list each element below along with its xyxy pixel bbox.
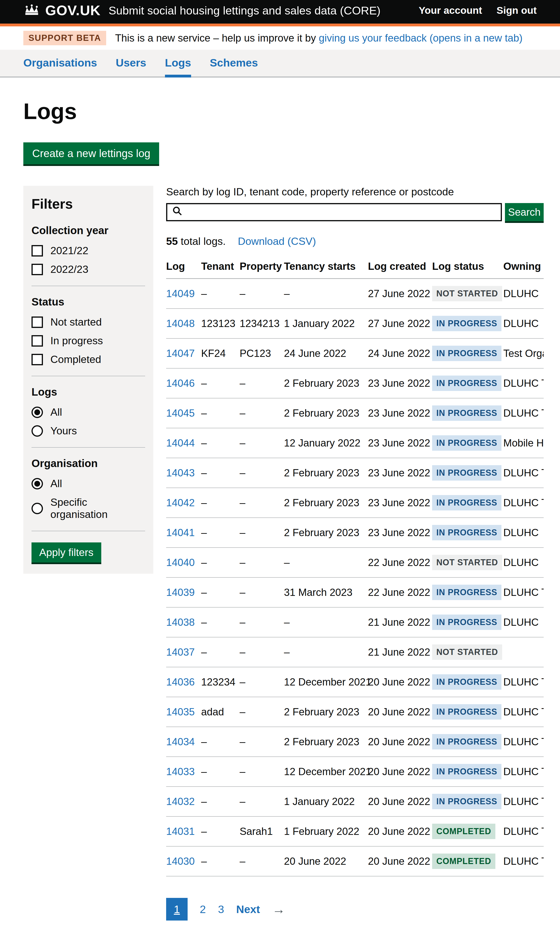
log-created-cell: 22 June 2022 xyxy=(368,577,432,607)
checkbox-icon[interactable] xyxy=(32,354,43,365)
status-badge: IN PROGRESS xyxy=(432,585,501,600)
phase-banner-text: This is a new service – help us improve … xyxy=(115,32,522,44)
table-row: 14037–––21 June 2022NOT STARTED xyxy=(166,637,544,667)
property-cell: – xyxy=(240,697,284,727)
radio-organisation-all[interactable]: All xyxy=(32,478,145,490)
log-id-link[interactable]: 14047 xyxy=(166,348,195,359)
col-header-owning-organisation: Owning organisation xyxy=(503,261,544,279)
radio-icon[interactable] xyxy=(32,425,43,437)
log-id-link[interactable]: 14039 xyxy=(166,586,195,598)
search-input-container xyxy=(166,203,502,221)
log-id-link[interactable]: 14040 xyxy=(166,557,195,568)
log-status-cell: IN PROGRESS xyxy=(432,786,503,817)
log-id-link[interactable]: 14045 xyxy=(166,407,195,419)
nav-item-users[interactable]: Users xyxy=(116,50,146,78)
log-id-link[interactable]: 14044 xyxy=(166,437,195,449)
download-csv-link[interactable]: Download (CSV) xyxy=(238,235,316,247)
log-status-cell: NOT STARTED xyxy=(432,548,503,577)
checkbox-2022-23[interactable]: 2022/23 xyxy=(32,263,145,275)
owning-organisation-cell: DLUHC xyxy=(503,518,544,548)
radio-label: Specific organisation xyxy=(50,496,145,520)
checkbox-label: 2021/22 xyxy=(50,244,89,257)
log-status-cell: IN PROGRESS xyxy=(432,697,503,727)
status-badge: IN PROGRESS xyxy=(432,435,501,451)
sign-out-link[interactable]: Sign out xyxy=(496,5,537,16)
log-id-link[interactable]: 14032 xyxy=(166,796,195,807)
tenant-cell: – xyxy=(201,727,240,757)
create-lettings-log-button[interactable]: Create a new lettings log xyxy=(23,142,159,164)
owning-organisation-cell: DLUHC Test xyxy=(503,757,544,786)
pagination-current-page[interactable]: 1 xyxy=(166,898,188,920)
log-id-link[interactable]: 14035 xyxy=(166,706,195,717)
property-cell: – xyxy=(240,548,284,577)
filter-divider xyxy=(32,286,145,286)
log-id-link[interactable]: 14037 xyxy=(166,646,195,658)
log-id-link[interactable]: 14038 xyxy=(166,617,195,628)
apply-filters-button[interactable]: Apply filters xyxy=(32,542,101,563)
log-id-link[interactable]: 14041 xyxy=(166,527,195,538)
tenancy-starts-cell: – xyxy=(284,548,368,577)
tenant-cell: – xyxy=(201,279,240,309)
govuk-logo[interactable]: GOV.UK xyxy=(45,2,101,18)
owning-organisation-cell: DLUHC Test xyxy=(503,488,544,518)
nav-item-schemes[interactable]: Schemes xyxy=(210,50,258,78)
owning-organisation-cell xyxy=(503,637,544,667)
tenancy-starts-cell: 2 February 2023 xyxy=(284,727,368,757)
log-id-link[interactable]: 14049 xyxy=(166,288,195,299)
tenant-cell: – xyxy=(201,607,240,637)
radio-icon-selected[interactable] xyxy=(32,407,43,418)
property-cell: – xyxy=(240,607,284,637)
log-id-link[interactable]: 14031 xyxy=(166,826,195,837)
log-created-cell: 23 June 2022 xyxy=(368,458,432,488)
log-id-link[interactable]: 14034 xyxy=(166,736,195,747)
property-cell: – xyxy=(240,577,284,607)
crown-icon xyxy=(23,4,40,17)
tenant-cell: – xyxy=(201,817,240,846)
log-id-link[interactable]: 14048 xyxy=(166,317,195,329)
nav-item-logs[interactable]: Logs xyxy=(165,50,191,78)
checkbox-icon[interactable] xyxy=(32,245,43,256)
radio-logs-yours[interactable]: Yours xyxy=(32,425,145,437)
checkbox-icon[interactable] xyxy=(32,264,43,275)
tenancy-starts-cell: 2 February 2023 xyxy=(284,488,368,518)
table-row: 14034––2 February 202320 June 2022IN PRO… xyxy=(166,727,544,757)
radio-organisation-specific[interactable]: Specific organisation xyxy=(32,496,145,520)
log-id-link[interactable]: 14030 xyxy=(166,855,195,867)
checkbox-in-progress[interactable]: In progress xyxy=(32,335,145,347)
property-cell: 1234213 xyxy=(240,308,284,339)
radio-logs-all[interactable]: All xyxy=(32,406,145,418)
checkbox-completed[interactable]: Completed xyxy=(32,353,145,365)
log-id-link[interactable]: 14042 xyxy=(166,497,195,508)
log-status-cell: COMPLETED xyxy=(432,846,503,876)
radio-icon-selected[interactable] xyxy=(32,478,43,490)
log-status-cell: IN PROGRESS xyxy=(432,757,503,786)
log-id-link[interactable]: 14036 xyxy=(166,676,195,688)
log-status-cell: IN PROGRESS xyxy=(432,368,503,398)
your-account-link[interactable]: Your account xyxy=(419,5,482,16)
search-input[interactable] xyxy=(186,204,496,220)
pagination-next-link[interactable]: Next xyxy=(236,903,260,916)
pagination-page-3[interactable]: 3 xyxy=(218,903,224,916)
log-cell: 14031 xyxy=(166,817,201,846)
status-badge: IN PROGRESS xyxy=(432,375,501,391)
radio-icon[interactable] xyxy=(32,503,43,514)
log-id-link[interactable]: 14033 xyxy=(166,766,195,777)
property-cell: – xyxy=(240,458,284,488)
checkbox-2021-22[interactable]: 2021/22 xyxy=(32,244,145,257)
logs-table: Log Tenant Property Tenancy starts Log c… xyxy=(166,261,544,876)
checkbox-icon[interactable] xyxy=(32,316,43,328)
table-row: 14038–––21 June 2022IN PROGRESSDLUHC xyxy=(166,607,544,637)
checkbox-not-started[interactable]: Not started xyxy=(32,316,145,328)
log-id-link[interactable]: 14046 xyxy=(166,377,195,389)
search-button[interactable]: Search xyxy=(505,203,544,221)
log-status-cell: IN PROGRESS xyxy=(432,428,503,458)
tenancy-starts-cell: 2 February 2023 xyxy=(284,697,368,727)
table-row: 14030––20 June 202220 June 2022COMPLETED… xyxy=(166,846,544,876)
log-id-link[interactable]: 14043 xyxy=(166,467,195,478)
checkbox-icon[interactable] xyxy=(32,335,43,346)
table-row: 14041––2 February 202323 June 2022IN PRO… xyxy=(166,518,544,548)
nav-item-organisations[interactable]: Organisations xyxy=(23,50,97,78)
service-name-link[interactable]: Submit social housing lettings and sales… xyxy=(108,4,381,17)
feedback-link[interactable]: giving us your feedback (opens in a new … xyxy=(319,32,522,44)
pagination-page-2[interactable]: 2 xyxy=(200,903,206,916)
